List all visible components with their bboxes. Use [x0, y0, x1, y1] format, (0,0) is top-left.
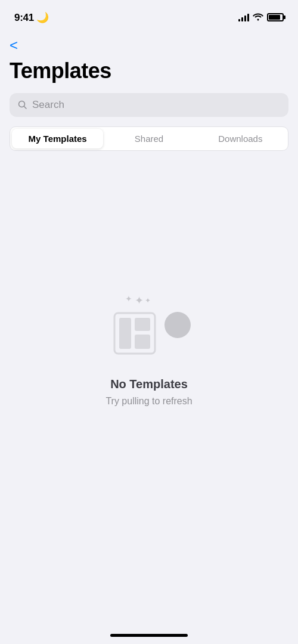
template-icon [113, 312, 161, 357]
page-title: Templates [10, 58, 288, 83]
sparkles-icon: ✦ ✦ ✦ [125, 294, 151, 307]
empty-state: ✦ ✦ ✦ No Templates Try pulling to refres… [0, 258, 298, 442]
svg-rect-2 [119, 318, 131, 349]
tab-shared[interactable]: Shared [103, 129, 194, 148]
status-time: 9:41 🌙 [14, 11, 49, 24]
empty-illustration: ✦ ✦ ✦ [101, 294, 197, 366]
svg-rect-3 [135, 318, 150, 331]
status-icons [238, 13, 284, 23]
tab-my-templates[interactable]: My Templates [12, 129, 103, 148]
tab-downloads[interactable]: Downloads [195, 129, 286, 148]
signal-icon [238, 13, 249, 21]
battery-icon [267, 13, 284, 21]
tabs: My Templates Shared Downloads [10, 126, 288, 151]
back-button[interactable]: < [0, 32, 298, 56]
svg-rect-4 [135, 335, 150, 349]
empty-subtitle: Try pulling to refresh [105, 396, 192, 407]
dot-circle-decoration [164, 312, 191, 338]
home-indicator [110, 634, 188, 637]
tabs-container: My Templates Shared Downloads [0, 126, 298, 151]
search-container [0, 93, 298, 126]
page-title-container: Templates [0, 56, 298, 93]
back-chevron-icon[interactable]: < [10, 37, 18, 53]
moon-icon: 🌙 [34, 12, 49, 23]
status-bar: 9:41 🌙 [0, 0, 298, 30]
wifi-icon [253, 13, 263, 23]
search-bar[interactable] [10, 93, 288, 117]
search-icon [18, 100, 27, 110]
empty-title: No Templates [110, 377, 188, 391]
search-input[interactable] [32, 99, 280, 111]
